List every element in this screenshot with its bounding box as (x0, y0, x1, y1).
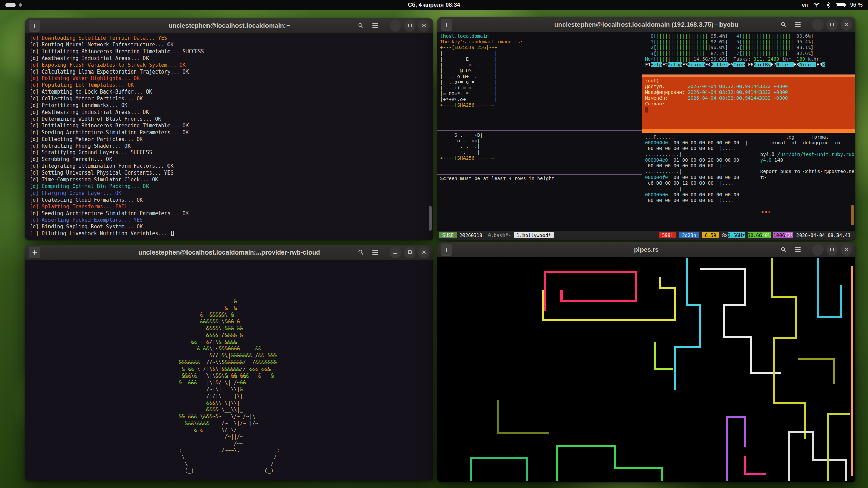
minimize-button[interactable] (812, 19, 824, 30)
text-segment: Создан: (645, 101, 688, 106)
workspace-dot[interactable] (19, 3, 22, 7)
art-segment: /~ \|/~ |/~ (221, 420, 258, 426)
art-segment: & (234, 359, 237, 365)
terminal-line: lhost.localdomain (440, 33, 639, 39)
hexdump-pane[interactable]: ...F......|000004d0 00 00 00 00 00 00 00… (642, 133, 757, 231)
close-button[interactable] (841, 244, 852, 256)
keyboard-layout-indicator[interactable]: en (802, 2, 808, 8)
titlebar[interactable]: + unclestephen@localhost.localdomain (19… (437, 17, 855, 32)
search-icon (781, 247, 786, 252)
minimize-button[interactable] (390, 20, 401, 32)
text-segment: |..... (719, 146, 736, 151)
pipes-screensaver[interactable] (437, 257, 855, 482)
new-tab-button[interactable]: + (29, 20, 40, 32)
maximize-button[interactable] (404, 20, 415, 32)
text-segment: [ (739, 33, 742, 39)
text-segment: [ (739, 45, 742, 50)
art-segment: & (268, 352, 271, 359)
titlebar-actions (355, 20, 430, 32)
terminal-line: | . o B+= . | (440, 74, 639, 79)
art-segment: & (212, 366, 215, 372)
maximize-button[interactable] (404, 247, 415, 258)
search-button[interactable] (355, 20, 367, 32)
art-segment: & (258, 373, 271, 379)
search-button[interactable] (777, 19, 789, 30)
close-button[interactable] (841, 19, 852, 30)
terminal-line: by4.0 /usr/bin/test-unit.ruby.rub (760, 151, 853, 157)
htop-pane[interactable]: 0[|||||||||||||||||| 95.4%] 4[||||||||||… (642, 32, 855, 75)
menu-button[interactable] (369, 247, 381, 258)
terminal-output[interactable]: & & & & &&&&&\ & &&&&&&|\&&& & &&&&\|&&&… (25, 260, 433, 480)
text-segment (791, 33, 796, 39)
art-segment: && (234, 366, 240, 372)
bluetooth-icon (826, 2, 830, 8)
art-segment: & (194, 380, 206, 386)
menu-button[interactable] (792, 244, 803, 256)
search-button[interactable] (777, 244, 789, 256)
text-segment: [o] Collecting Meteor Particles... OK (29, 136, 143, 142)
text-segment: 95.4% (796, 39, 811, 44)
workspace-indicator[interactable] (5, 3, 22, 7)
terminal-output[interactable]: [o] Downloading Satellite Terrain Data..… (25, 33, 433, 240)
new-tab-button[interactable]: + (441, 244, 452, 256)
workspace-pill-active[interactable] (5, 3, 16, 7)
terminal-line: [o] Setting Universal Physical Constants… (29, 170, 429, 177)
stat-pane[interactable]: root)Доступ: 2026-04-04 08:32:00.9414433… (642, 75, 855, 133)
titlebar[interactable]: + unclestephen@localhost.localdomain:~ (25, 18, 433, 33)
terminal-line: Создан: - (645, 101, 853, 107)
text-segment: ] (725, 56, 733, 62)
minimize-button[interactable] (812, 244, 824, 256)
titlebar[interactable]: + pipes.rs (437, 242, 855, 257)
minimize-button[interactable] (390, 247, 401, 258)
ascii-art-line: \___________________________/ (179, 461, 280, 467)
terminal-line: | = . | (440, 62, 639, 68)
help-pane[interactable]: ~log format format of debugging in- by4.… (757, 133, 855, 231)
scrollbar-thumb[interactable] (429, 206, 432, 231)
close-button[interactable] (418, 247, 430, 258)
text-segment: [o] Initializing Rhinoceros Breeding Tim… (29, 123, 189, 129)
new-tab-button[interactable]: + (29, 247, 40, 258)
search-button[interactable] (355, 247, 367, 258)
text-segment (760, 192, 763, 197)
clock-button[interactable]: Сб, 4 апреля 08:34 (408, 2, 460, 8)
titlebar[interactable]: + unclestephen@localhost.localdomain:...… (25, 245, 433, 260)
text-segment: S . +B| (440, 132, 483, 138)
ssh-randomart2-pane[interactable]: S . +B| o . o=| . . .| . |+----[SHA256]-… (437, 131, 642, 175)
menu-button[interactable] (369, 20, 381, 32)
art-segment (179, 427, 194, 433)
art-segment: & (258, 352, 261, 359)
terminal-line: +----[SHA256]-----+ (440, 102, 639, 108)
text-segment: [o] Aesthesizing Industrial Areas... OK (29, 55, 149, 61)
message-pane[interactable]: Screen must be at least 4 rows in height (437, 175, 642, 206)
terminal-line: ...F......| (645, 134, 754, 140)
art-segment: & (252, 366, 255, 372)
art-segment: & (212, 325, 215, 331)
terminal-line: |+*+#%.o+ | (440, 97, 639, 102)
art-segment: & (246, 352, 249, 359)
empty-pane[interactable] (437, 206, 642, 231)
new-tab-button[interactable]: + (441, 19, 452, 30)
system-tray[interactable]: en 96 % (802, 2, 863, 8)
text-segment: 2 (645, 45, 653, 50)
text-segment: 0:bash#- (485, 232, 514, 238)
pipes-canvas (437, 257, 855, 482)
status-system-info: 599! 2d23h 6.59 8x2.5GHz 30.6G40% 100G42… (659, 231, 853, 239)
status-windows-list[interactable]: SUSE 20260318 0:bash#- 1:hollywood* (439, 231, 554, 239)
art-segment: && (224, 325, 231, 331)
text-segment (794, 39, 796, 44)
ssh-randomart-pane[interactable]: lhost.localdomainThe key's randomart ima… (437, 32, 642, 131)
art-segment: & (234, 346, 237, 352)
art-segment: \ / (179, 454, 277, 460)
scrollbar-thumb[interactable] (851, 205, 854, 225)
close-button[interactable] (418, 20, 430, 32)
text-segment: 1 (645, 39, 653, 44)
maximize-button[interactable] (826, 19, 838, 30)
text-segment: 000004d0 (645, 140, 668, 145)
art-segment: & (191, 359, 194, 365)
art-segment: //| (212, 352, 221, 359)
maximize-button[interactable] (826, 244, 838, 256)
close-icon (421, 249, 427, 255)
menu-button[interactable] (792, 19, 803, 30)
art-segment: && (185, 420, 191, 426)
art-segment: & (182, 373, 185, 379)
